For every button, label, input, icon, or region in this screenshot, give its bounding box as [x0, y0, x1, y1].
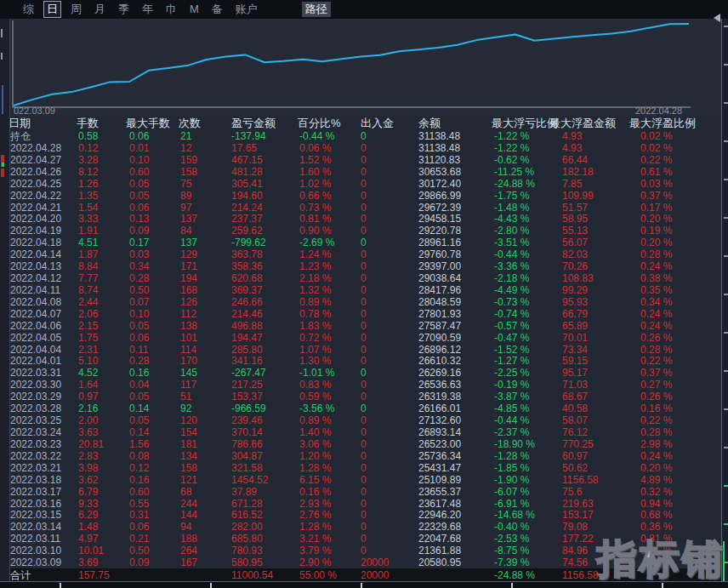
column-header-7[interactable]: 余额 — [418, 117, 441, 129]
column-header-5[interactable]: 百分比% — [298, 117, 341, 129]
cell-max_float_loss_pct: -1.48 % — [494, 202, 529, 214]
cell-pct: 1.20 % — [299, 450, 331, 462]
column-header-6[interactable]: 出入金 — [361, 117, 394, 129]
cell-pct: 1.28 % — [299, 521, 331, 533]
table-row[interactable]: 2022.03.176.790.606837.890.16 %023655.37… — [0, 486, 728, 498]
table-row[interactable]: 2022.03.213.980.12158321.581.28 %025431.… — [0, 462, 728, 474]
cell-pct: 0.78 % — [299, 308, 331, 320]
cell-pnl: 37.89 — [231, 486, 257, 498]
cell-pct: 6.15 % — [299, 474, 331, 486]
cell-in_out: 0 — [361, 154, 367, 166]
table-row[interactable]: 2022.03.222.830.08134304.871.20 %025736.… — [0, 450, 728, 462]
cell-lots: 4.52 — [78, 367, 98, 379]
cell-max_float_profit_pct: 0.36 % — [640, 521, 672, 533]
totals-label: 合计 — [10, 569, 31, 581]
menu-item-7[interactable]: M — [187, 2, 202, 17]
table-row[interactable]: 2022.04.138.840.34171358.361.23 %029397.… — [0, 260, 728, 272]
table-row[interactable]: 2022.04.203.330.13137237.370.81 %029458.… — [0, 213, 728, 225]
cell-max_float_profit: 40.58 — [562, 402, 588, 414]
column-header-8[interactable]: 最大浮亏比例 — [492, 117, 558, 129]
column-header-0[interactable]: 日期 — [9, 117, 31, 129]
path-button[interactable]: 路径 — [302, 2, 331, 17]
menu-item-1[interactable]: 日 — [44, 2, 60, 17]
cell-balance: 27587.47 — [418, 320, 461, 332]
table-row[interactable]: 2022.04.251.260.0575305.411.02 %030172.4… — [0, 178, 728, 190]
cell-pnl: 246.66 — [231, 296, 263, 308]
table-row[interactable]: 2022.04.184.510.17137-799.62-2.69 %02896… — [0, 237, 728, 248]
table-row[interactable]: 2022.03.282.160.1492-966.59-3.56 %026166… — [0, 402, 728, 414]
cell-pnl: 214.24 — [231, 202, 263, 214]
cell-lots: 1.26 — [78, 178, 98, 190]
cell-balance: 29397.00 — [418, 260, 461, 272]
table-row[interactable]: 2022.04.082.440.07126246.660.89 %028048.… — [0, 296, 728, 308]
cell-max_float_profit: 177.22 — [562, 533, 594, 545]
table-row[interactable]: 2022.04.191.910.0984259.620.90 %029220.7… — [0, 225, 728, 237]
cell-lots: 9.33 — [78, 498, 98, 510]
cell-times: 171 — [180, 260, 197, 272]
table-row[interactable]: 持仓0.580.0621-137.94-0.44 %031138.48-1.22… — [0, 130, 728, 142]
table-row[interactable]: 2022.04.051.750.06101194.470.72 %027090.… — [0, 332, 728, 344]
column-header-10[interactable]: 最大浮盈比例 — [629, 117, 696, 129]
cell-lots: 2.06 — [78, 308, 98, 320]
cell-lots: 0.97 — [78, 391, 98, 402]
table-row[interactable]: 2022.04.127.770.28194620.682.18 %029038.… — [0, 272, 728, 284]
menu-item-3[interactable]: 月 — [92, 2, 108, 17]
cell-max_lots: 1.56 — [129, 438, 149, 450]
cell-balance: 26523.00 — [418, 438, 461, 450]
cell-max_float_profit_pct: 0.24 % — [640, 450, 672, 462]
table-row[interactable]: 2022.03.2320.811.56181786.663.06 %026523… — [0, 438, 728, 450]
table-header-row: 日期手数最大手数次数盈亏金额百分比%出入金余额最大浮亏比例最大浮盈金额最大浮盈比… — [0, 117, 728, 130]
table-row[interactable]: 2022.04.141.870.03129363.781.24 %029760.… — [0, 248, 728, 260]
cell-max_float_profit: 1156.58 — [562, 474, 599, 486]
cell-pct: -3.56 % — [299, 402, 334, 414]
cell-in_out: 0 — [361, 130, 367, 142]
menu-item-4[interactable]: 季 — [116, 2, 132, 17]
table-row[interactable]: 2022.04.280.120.011217.650.06 %031138.48… — [0, 142, 728, 154]
table-row[interactable]: 2022.03.252.000.05120239.460.89 %027132.… — [0, 414, 728, 426]
table-row[interactable]: 2022.03.301.640.04117217.250.83 %026536.… — [0, 379, 728, 391]
scroll-arrow-icon[interactable] — [714, 14, 720, 22]
table-row[interactable]: 2022.04.072.060.10112214.460.78 %027801.… — [0, 308, 728, 320]
table-row[interactable]: 2022.03.290.970.0551153.370.59 %026319.3… — [0, 391, 728, 402]
cell-times: 159 — [180, 154, 197, 166]
table-row[interactable]: 2022.03.314.520.16145-267.47-1.01 %02626… — [0, 367, 728, 379]
column-header-1[interactable]: 手数 — [77, 117, 99, 129]
table-row[interactable]: 2022.04.062.150.05138496.881.83 %027587.… — [0, 320, 728, 332]
cell-max_lots: 0.05 — [129, 391, 149, 402]
table-row[interactable]: 2022.04.221.350.0589194.600.66 %029866.9… — [0, 190, 728, 202]
column-header-4[interactable]: 盈亏金额 — [231, 117, 276, 129]
table-row[interactable]: 2022.04.118.740.50168369.371.32 %028417.… — [0, 284, 728, 296]
x-axis-end-label: 2022.04.28 — [635, 106, 682, 116]
menu-item-6[interactable]: 巾 — [163, 2, 179, 17]
table-row[interactable]: 2022.03.169.330.55244671.282.93 %023617.… — [0, 498, 728, 510]
menu-item-5[interactable]: 年 — [139, 2, 156, 17]
table-row[interactable]: 2022.04.273.280.10159467.151.52 %031120.… — [0, 154, 728, 166]
cell-max_float_loss_pct: -14.68 % — [494, 509, 535, 521]
cell-in_out: 0 — [361, 202, 367, 214]
equity-chart-panel[interactable]: 022.03.09 2022.04.28 — [10, 19, 721, 117]
menu-item-0[interactable]: 综 — [20, 2, 37, 17]
cell-max_float_loss_pct: -18.90 % — [494, 438, 535, 450]
cell-max_float_profit_pct: 0.28 % — [640, 344, 672, 356]
menu-item-8[interactable]: 备 — [209, 2, 225, 17]
cell-pct: 2.18 % — [299, 272, 331, 284]
table-row[interactable]: 2022.04.042.310.11114285.801.07 %026896.… — [0, 344, 728, 356]
cell-date: 2022.04.11 — [10, 284, 60, 296]
table-row[interactable]: 2022.04.268.120.60158481.281.60 %030653.… — [0, 166, 728, 178]
column-header-9[interactable]: 最大浮盈金额 — [549, 117, 616, 129]
column-header-2[interactable]: 最大手数 — [126, 117, 170, 129]
cell-in_out: 0 — [361, 509, 367, 521]
table-row[interactable]: 2022.04.015.100.28170341.161.30 %026610.… — [0, 355, 728, 367]
right-panel-edge[interactable] — [721, 0, 728, 588]
table-row[interactable]: 2022.03.141.480.0694282.001.28 %022329.6… — [0, 521, 728, 533]
column-header-3[interactable]: 次数 — [179, 117, 201, 129]
table-row[interactable]: 2022.04.211.540.0697214.240.73 %029672.3… — [0, 202, 728, 214]
menu-item-2[interactable]: 周 — [68, 2, 84, 17]
totals-value: 1156.58 — [562, 569, 599, 581]
cell-in_out: 0 — [361, 332, 367, 344]
table-row[interactable]: 2022.03.156.290.31144616.522.76 %022946.… — [0, 509, 728, 521]
table-row[interactable]: 2022.03.183.620.161211454.526.15 %025109… — [0, 474, 728, 486]
table-row[interactable]: 2022.03.243.630.14154370.141.40 %026893.… — [0, 426, 728, 438]
menu-item-9[interactable]: 账户 — [233, 2, 260, 17]
cell-max_lots: 0.06 — [129, 202, 149, 214]
